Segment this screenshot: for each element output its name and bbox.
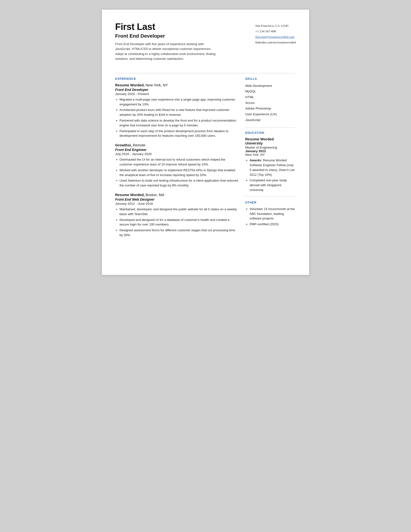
job-1-bullet-3: Partnered with data science to develop t…: [115, 118, 238, 128]
job-3-company: Resume Worded,: [115, 193, 145, 197]
job-3-bullet-3: Designed assessment forms for different …: [115, 228, 238, 238]
contact-phone: +1 234 567-890: [255, 29, 296, 34]
job-3-bullet-1: Maintained, developed, and designed the …: [115, 207, 238, 217]
job-2-bullet-2: Worked with another developer to impleme…: [115, 168, 238, 178]
edu-location: New York, NY: [245, 153, 296, 157]
job-3-bullets: Maintained, developed, and designed the …: [115, 207, 238, 238]
education-section: EDUCATION Resume WordedUniversity Master…: [245, 131, 296, 192]
skill-4: Scrum: [245, 100, 296, 106]
job-1-bullets: Migrated a multi-page user experience in…: [115, 97, 238, 138]
job-2-dates: July 2016 - January 2020: [115, 152, 238, 156]
right-column: SKILLS Web Development MySQL HTML Scrum …: [245, 77, 296, 263]
job-1-location: New York, NY: [146, 83, 168, 87]
job-1-bullet-2: Architected product tours with React for…: [115, 108, 238, 117]
other-bullet-1: Volunteer 15 hours/month at the ABC foun…: [245, 207, 296, 221]
education-divider: [245, 196, 296, 197]
skill-1: Web Development: [245, 83, 296, 89]
candidate-summary: Front End Developer with five years of e…: [115, 42, 220, 61]
skill-3: HTML: [245, 94, 296, 100]
skills-section: SKILLS Web Development MySQL HTML Scrum …: [245, 77, 296, 123]
header-left: First Last Front End Developer Front End…: [115, 22, 220, 61]
other-bullet-2: PMP-certified (2020): [245, 222, 296, 227]
experience-column: EXPERIENCE Resume Worded, New York, NY F…: [115, 77, 238, 263]
skills-divider: [245, 128, 296, 128]
candidate-name: First Last: [115, 22, 220, 32]
job-2-location: Remote: [133, 143, 146, 147]
header-right: San Francisco, CA 12345 +1 234 567-890 f…: [255, 22, 296, 45]
job-3-title: Front End Web Designer: [115, 198, 238, 201]
job-1-title: Front End Developer: [115, 88, 238, 92]
job-3-bullet-2: Developed and designed UI for a database…: [115, 218, 238, 227]
contact-linkedin: linkedin.com/in/resumeworded: [255, 40, 296, 45]
header-section: First Last Front End Developer Front End…: [115, 22, 296, 61]
edu-date: January 2012: [245, 149, 296, 153]
skill-6: User Experience (UX): [245, 111, 296, 117]
experience-section-label: EXPERIENCE: [115, 77, 238, 81]
job-2-company: Growthsi,: [115, 143, 132, 147]
job-1-company: Resume Worded,: [115, 83, 145, 87]
resume-page: First Last Front End Developer Front End…: [102, 10, 309, 275]
contact-location: San Francisco, CA 12345: [255, 23, 296, 29]
job-3-dates: January 2012 - June 2016: [115, 202, 238, 206]
skills-list: Web Development MySQL HTML Scrum Adobe P…: [245, 83, 296, 123]
job-block-2: Growthsi, Remote Front End Engineer July…: [115, 143, 238, 188]
job-2-title: Front End Engineer: [115, 148, 238, 152]
skill-7: JavaScript: [245, 117, 296, 123]
job-2-bullet-1: Overhauled the UI for an internal tool t…: [115, 157, 238, 167]
skill-5: Adobe Photoshop: [245, 106, 296, 111]
other-section-label: OTHER: [245, 201, 296, 204]
candidate-title: Front End Developer: [115, 33, 220, 39]
edu-degree: Master of Engineering: [245, 146, 296, 149]
section-divider: [115, 73, 296, 73]
skill-2: MySQL: [245, 88, 296, 94]
skills-section-label: SKILLS: [245, 77, 296, 81]
job-1-company-line: Resume Worded, New York, NY: [115, 83, 238, 87]
edu-bullet-1: Awards: Resume Worded Software Engineer …: [245, 158, 296, 177]
edu-school: Resume WordedUniversity: [245, 137, 296, 145]
job-block-3: Resume Worded, Boston, MA Front End Web …: [115, 193, 238, 238]
edu-bullet-2: Completed one-year study abroad with Sin…: [245, 178, 296, 192]
job-block-1: Resume Worded, New York, NY Front End De…: [115, 83, 238, 138]
edu-block-1: Resume WordedUniversity Master of Engine…: [245, 137, 296, 192]
job-1-dates: January 2020 - Present: [115, 92, 238, 96]
contact-email[interactable]: first.last@resumeworded.com: [255, 34, 296, 40]
job-2-bullet-3: Used Selenium to build unit testing infr…: [115, 178, 238, 188]
job-3-company-line: Resume Worded, Boston, MA: [115, 193, 238, 197]
other-section: OTHER Volunteer 15 hours/month at the AB…: [245, 201, 296, 227]
job-1-bullet-4: Participated in each step of the product…: [115, 129, 238, 138]
job-2-company-line: Growthsi, Remote: [115, 143, 238, 147]
education-section-label: EDUCATION: [245, 131, 296, 134]
two-column-layout: EXPERIENCE Resume Worded, New York, NY F…: [115, 77, 296, 263]
job-3-location: Boston, MA: [146, 193, 164, 197]
edu-bullets: Awards: Resume Worded Software Engineer …: [245, 158, 296, 192]
job-2-bullets: Overhauled the UI for an internal tool t…: [115, 157, 238, 188]
other-bullets: Volunteer 15 hours/month at the ABC foun…: [245, 207, 296, 227]
job-1-bullet-1: Migrated a multi-page user experience in…: [115, 97, 238, 107]
